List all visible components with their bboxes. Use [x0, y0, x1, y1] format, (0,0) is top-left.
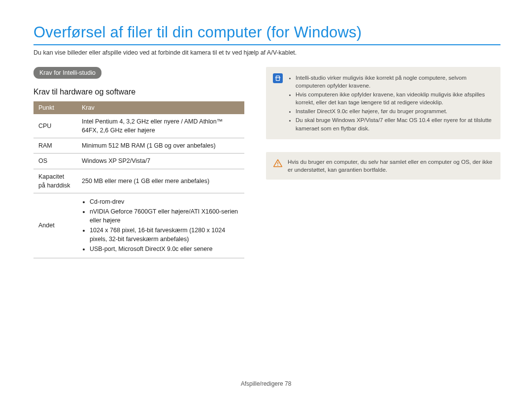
row-label: OS	[33, 154, 77, 169]
table-header-punkt: Punkt	[33, 101, 77, 114]
requirements-table: Punkt Krav CPU Intel Pentium 4, 3,2 GHz …	[33, 101, 244, 258]
list-item: Cd-rom-drev	[90, 197, 239, 206]
row-label: Andet	[33, 193, 77, 258]
row-label: RAM	[33, 138, 77, 154]
list-item: Intelli-studio virker muligvis ikke korr…	[296, 74, 494, 90]
footer-section: Afspille/redigere	[241, 380, 283, 387]
warning-icon	[273, 158, 283, 168]
footer-page-number: 78	[285, 380, 291, 387]
list-item: Installer DirectX 9.0c eller højere, før…	[296, 107, 494, 115]
note-icon	[273, 73, 283, 83]
warning-text: Hvis du bruger en computer, du selv har …	[288, 158, 494, 174]
list-item: Hvis computeren ikke opfylder kravene, k…	[296, 91, 494, 106]
row-value: Windows XP SP2/Vista/7	[77, 154, 244, 169]
page-footer: Afspille/redigere 78	[0, 380, 532, 387]
warning-note: Hvis du bruger en computer, du selv har …	[266, 152, 500, 180]
list-item: USB-port, Microsoft DirectX 9.0c eller s…	[90, 245, 239, 253]
info-note: Intelli-studio virker muligvis ikke korr…	[266, 67, 500, 139]
table-row: CPU Intel Pentium 4, 3,2 GHz eller nyere…	[33, 114, 244, 138]
table-row: Andet Cd-rom-drev nVIDIA Geforce 7600GT …	[33, 193, 244, 258]
page-title: Overførsel af filer til din computer (fo…	[33, 24, 500, 45]
svg-rect-0	[276, 76, 280, 80]
list-item: 1024 x 768 pixel, 16-bit farveskærm (128…	[90, 226, 239, 244]
table-header-krav: Krav	[77, 101, 244, 114]
table-row: RAM Minimum 512 MB RAM (1 GB og over anb…	[33, 138, 244, 154]
row-label: CPU	[33, 114, 77, 138]
section-chip: Krav for Intelli-studio	[33, 67, 101, 79]
svg-point-3	[277, 165, 278, 166]
row-value: Minimum 512 MB RAM (1 GB og over anbefal…	[77, 138, 244, 154]
table-row: Kapacitet på harddisk 250 MB eller mere …	[33, 169, 244, 193]
row-value: 250 MB eller mere (1 GB eller mere anbef…	[77, 169, 244, 193]
list-item: nVIDIA Geforce 7600GT eller højere/ATI X…	[90, 207, 239, 225]
row-label: Kapacitet på harddisk	[33, 169, 77, 193]
page-subtitle: Du kan vise billeder eller afspille vide…	[33, 49, 500, 56]
table-row: OS Windows XP SP2/Vista/7	[33, 154, 244, 169]
row-value: Cd-rom-drev nVIDIA Geforce 7600GT eller …	[77, 193, 244, 258]
subsection-heading: Krav til hardware og software	[33, 88, 244, 96]
list-item: Du skal bruge Windows XP/Vista/7 eller M…	[296, 116, 494, 132]
row-value: Intel Pentium 4, 3,2 GHz eller nyere / A…	[77, 114, 244, 138]
